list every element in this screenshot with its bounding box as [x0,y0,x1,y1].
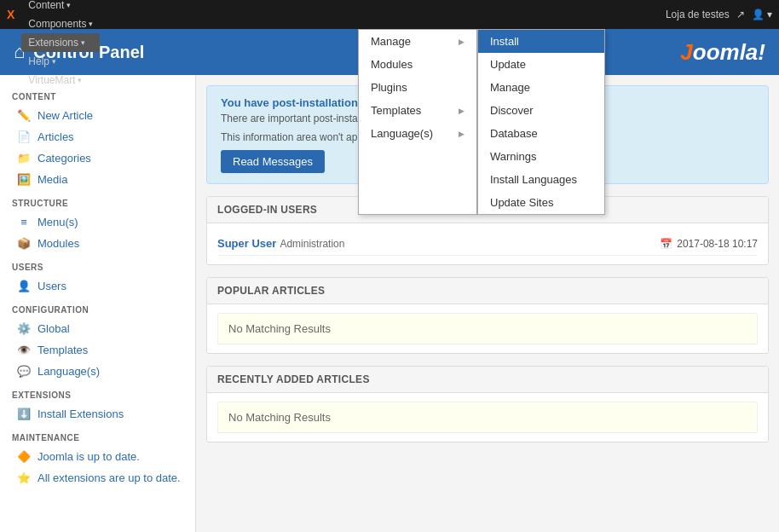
timestamp-value: 2017-08-18 10:17 [677,238,758,250]
sidebar-label-templates: Templates [38,344,88,356]
sidebar-icon-ext-update: ⭐ [17,471,31,484]
extensions-menu: Manage▶ModulesPluginsTemplates▶Language(… [358,29,477,215]
sidebar-icon-menus: ≡ [17,216,31,228]
caret-icon: ▾ [78,76,82,84]
logged-in-users-body: Super User Administration 📅 2017-08-18 1… [207,223,768,264]
sidebar-label-global: Global [38,322,70,335]
no-results-recent: No Matching Results [217,402,758,433]
recently-added-header: RECENTLY ADDED ARTICLES [207,367,768,393]
sidebar-icon-templates: 👁️ [17,344,31,356]
topbar-label-help: Help [28,55,49,67]
topbar-label-content: Content [28,0,64,11]
manage-submenu: InstallUpdateManageDiscoverDatabaseWarni… [477,29,605,215]
chevron-right-icon: ▶ [459,107,465,115]
sidebar-label-media: Media [38,173,67,186]
user-role: Administration [280,238,344,250]
manage-submenu-item-database[interactable]: Database [478,122,604,145]
ext-menu-item-modules[interactable]: Modules [359,53,476,76]
ext-menu-label-modules: Modules [371,58,413,71]
sidebar-label-categories: Categories [38,152,91,165]
topbar-item-components[interactable]: Components▾ [21,14,100,33]
joomla-logo-large: Joomla! [680,39,765,66]
popular-articles-body: No Matching Results [207,304,768,353]
topbar-label-components: Components [28,18,86,30]
sidebar-item-modules[interactable]: 📦Modules [0,233,195,254]
topbar-item-content[interactable]: Content▾ [21,0,100,14]
chevron-right-icon: ▶ [459,130,465,138]
chevron-right-icon: ▶ [459,38,465,46]
manage-submenu-label-install-languages: Install Languages [490,173,577,186]
sidebar-section-maintenance: MAINTENANCE [0,425,195,446]
recently-added-body: No Matching Results [207,393,768,442]
sidebar-label-articles: Articles [38,130,74,143]
sidebar-item-ext-update[interactable]: ⭐All extensions are up to date. [0,467,195,489]
sidebar-item-users[interactable]: 👤Users [0,275,195,297]
manage-submenu-item-install[interactable]: Install [478,30,604,53]
manage-submenu-label-update-sites: Update Sites [490,196,553,209]
recently-added-section: RECENTLY ADDED ARTICLES No Matching Resu… [206,366,769,442]
ext-menu-label-languages: Language(s) [371,127,433,140]
manage-submenu-label-update: Update [490,58,526,71]
sidebar-item-media[interactable]: 🖼️Media [0,169,195,190]
ext-menu-item-languages[interactable]: Language(s)▶ [359,122,476,145]
manage-submenu-item-update[interactable]: Update [478,53,604,76]
topbar-label-extensions: Extensions [28,37,78,49]
topbar-nav: System▾Users▾Menus▾Content▾Components▾Ex… [21,0,100,90]
manage-submenu-item-manage[interactable]: Manage [478,76,604,99]
sidebar-label-languages: Language(s) [38,365,100,378]
ext-menu-label-plugins: Plugins [371,81,407,94]
sidebar-icon-modules: 📦 [17,237,31,250]
manage-submenu-item-discover[interactable]: Discover [478,99,604,122]
ext-menu-label-manage: Manage [371,35,411,48]
sidebar-item-categories[interactable]: 📁Categories [0,147,195,169]
read-messages-button[interactable]: Read Messages [221,150,325,173]
topbar-item-extensions[interactable]: Extensions▾ [21,33,100,52]
topbar-label-virtuemart: VirtueMart [28,74,75,86]
topbar-item-help[interactable]: Help▾ [21,52,100,71]
popular-articles-header: POPULAR ARTICLES [207,278,768,304]
manage-submenu-item-update-sites[interactable]: Update Sites [478,191,604,214]
sidebar-item-templates[interactable]: 👁️Templates [0,339,195,361]
sidebar-item-articles[interactable]: 📄Articles [0,126,195,147]
sidebar-item-languages[interactable]: 💬Language(s) [0,361,195,382]
topbar-right: Loja de testes ↗ 👤 ▾ [666,9,772,20]
sidebar-item-joomla-update[interactable]: 🔶Joomla is up to date. [0,446,195,467]
sidebar-icon-categories: 📁 [17,152,31,165]
sidebar-item-global[interactable]: ⚙️Global [0,318,195,339]
sidebar-item-menus[interactable]: ≡Menu(s) [0,211,195,233]
sidebar: CONTENT✏️New Article📄Articles📁Categories… [0,75,196,532]
sidebar-label-joomla-update: Joomla is up to date. [38,450,140,463]
external-link-icon: ↗ [736,9,745,20]
sidebar-section-structure: STRUCTURE [0,190,195,211]
site-name: Loja de testes [666,9,730,20]
calendar-icon: 📅 [660,238,672,250]
ext-menu-item-manage[interactable]: Manage▶ [359,30,476,53]
sidebar-label-install-extensions: Install Extensions [38,408,124,420]
table-row: Super User Administration 📅 2017-08-18 1… [217,232,758,256]
sidebar-label-menus: Menu(s) [38,216,78,228]
sidebar-label-new-article: New Article [38,109,93,122]
ext-menu-item-templates[interactable]: Templates▶ [359,99,476,122]
sidebar-icon-articles: 📄 [17,130,31,143]
joomla-logo: X [7,8,14,21]
sidebar-section-configuration: CONFIGURATION [0,297,195,318]
user-icon[interactable]: 👤 ▾ [752,9,772,20]
topbar-item-virtuemart[interactable]: VirtueMart▾ [21,71,100,90]
sidebar-icon-new-article: ✏️ [17,109,31,122]
sidebar-item-install-extensions[interactable]: ⬇️Install Extensions [0,403,195,425]
sidebar-section-extensions: EXTENSIONS [0,382,195,403]
sidebar-label-ext-update: All extensions are up to date. [38,471,181,484]
sidebar-icon-users: 👤 [17,280,31,292]
sidebar-icon-languages: 💬 [17,365,31,378]
manage-submenu-item-install-languages[interactable]: Install Languages [478,168,604,191]
popular-articles-section: POPULAR ARTICLES No Matching Results [206,277,769,354]
manage-submenu-label-manage: Manage [490,81,530,94]
manage-submenu-item-warnings[interactable]: Warnings [478,145,604,168]
sidebar-item-new-article[interactable]: ✏️New Article [0,105,195,126]
sidebar-section-users: USERS [0,254,195,275]
manage-submenu-label-database: Database [490,127,538,140]
caret-icon: ▾ [89,20,93,28]
no-results-popular: No Matching Results [217,313,758,344]
sidebar-icon-media: 🖼️ [17,173,31,186]
ext-menu-item-plugins[interactable]: Plugins [359,76,476,99]
